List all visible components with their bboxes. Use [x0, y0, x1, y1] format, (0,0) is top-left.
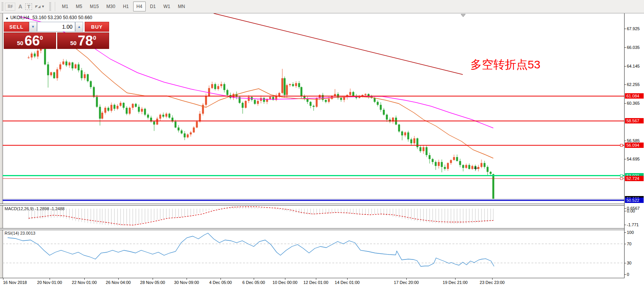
scale-tick	[625, 232, 626, 233]
macd-scale-label: 0.00	[627, 209, 635, 213]
rsi-label: RSI(14) 23.0013	[5, 231, 35, 235]
time-axis-label: 28 Nov 05:00	[140, 280, 165, 285]
timeframe-button-m15[interactable]: M15	[87, 2, 102, 11]
time-axis-tick	[187, 278, 187, 280]
volume-increase-button[interactable]: ▲	[75, 22, 83, 32]
toolbar: ⠿F A T ◤◢▼ M1M5M15M30H1H4D1W1MN	[0, 0, 644, 13]
time-axis-tick	[316, 278, 316, 280]
scale-tick	[625, 84, 626, 85]
time-axis-label: 17 Dec 20:00	[394, 280, 419, 285]
price-level-badge: 50.522	[625, 198, 644, 203]
symbol-name: UKOil,H4	[10, 15, 29, 20]
buy-price-panel[interactable]: 50 78 0	[57, 32, 109, 49]
time-axis-label: 16 Nov 2018	[3, 280, 27, 285]
macd-label: MACD(12,26,9) -1.2898 -1.2488	[5, 206, 64, 211]
price-scale-label: 67.925	[627, 27, 640, 31]
timeframe-button-h4[interactable]: H4	[133, 2, 146, 11]
timeframe-button-m30[interactable]: M30	[103, 2, 119, 11]
scale-tick	[625, 103, 626, 104]
price-scale-label: 66.035	[627, 45, 640, 50]
toolbar-separator	[55, 2, 56, 11]
price-level-badge: 52.724	[625, 176, 644, 181]
time-axis-tick	[347, 278, 348, 280]
price-level-badge: 58.567	[625, 118, 644, 123]
time-axis-label: 6 Dec 05:00	[242, 280, 265, 285]
time-axis-tick	[455, 278, 456, 280]
timeframe-button-m1[interactable]: M1	[58, 2, 72, 11]
scale-tick	[625, 263, 626, 263]
timeframe-button-w1[interactable]: W1	[160, 2, 174, 11]
sell-price-prefix: 50	[17, 40, 23, 46]
time-axis-tick	[254, 278, 254, 280]
templates-f-icon[interactable]: ⠿F	[5, 3, 15, 11]
rsi-scale-label: 0	[627, 272, 629, 277]
buy-price-prefix: 50	[70, 40, 77, 46]
time-axis-label: 20 Nov 01:00	[37, 280, 62, 285]
timeframe-button-h1[interactable]: H1	[119, 2, 132, 11]
timeframe-button-m5[interactable]: M5	[72, 2, 86, 11]
time-axis-label: 10 Dec 00:00	[272, 280, 297, 285]
scale-tick	[625, 208, 626, 209]
time-axis-label: 12 Dec 01:00	[303, 280, 328, 285]
sell-price-panel[interactable]: 50 66 0	[4, 32, 56, 49]
time-axis-label: 30 Nov 09:00	[174, 280, 199, 285]
time-axis-tick	[406, 278, 407, 280]
time-axis[interactable]: 16 Nov 201820 Nov 01:0022 Nov 01:0026 No…	[0, 278, 644, 287]
symbol-marker-icon: ▲	[5, 16, 9, 20]
timeframe-button-mn[interactable]: MN	[174, 2, 188, 11]
rsi-scale-label: 100	[627, 230, 634, 235]
text-box-icon[interactable]: T	[25, 3, 32, 10]
scale-tick	[625, 29, 626, 29]
price-scale-label: 60.365	[627, 101, 640, 105]
price-scale-label: 56.585	[627, 139, 640, 143]
volume-input[interactable]	[37, 22, 75, 32]
time-axis-label: 22 Nov 01:00	[72, 280, 97, 285]
buy-price-big: 78	[78, 34, 93, 48]
time-axis-label: 14 Dec 01:00	[335, 280, 359, 285]
time-axis-tick	[221, 278, 221, 280]
scale-tick	[625, 274, 626, 275]
chart-title: ▲UKOil,H453.160 53.230 50.630 50.660	[5, 15, 92, 20]
toolbar-grip2[interactable]	[49, 2, 51, 11]
chart-annotation-text: 多空转折点53	[470, 57, 540, 73]
draw-objects-icon[interactable]: ◤◢▼	[32, 4, 48, 9]
macd-scale-label: -1.771	[627, 223, 639, 227]
timeframe-bar: M1M5M15M30H1H4D1W1MN	[58, 2, 189, 11]
price-scale-label: 62.255	[627, 83, 640, 87]
ohlc-values: 53.160 53.230 50.630 50.660	[32, 15, 92, 20]
scale-tick	[625, 211, 626, 211]
time-axis-tick	[153, 278, 153, 280]
scale-tick	[625, 66, 626, 66]
buy-button[interactable]: BUY	[85, 22, 109, 32]
price-scale-label: 64.145	[627, 64, 640, 68]
price-scale[interactable]: 67.92566.03564.14562.25560.36556.58554.6…	[625, 13, 644, 287]
chevron-down-icon: ▼	[31, 25, 35, 29]
text-label-icon[interactable]: A	[15, 3, 25, 10]
time-axis-tick	[285, 278, 285, 280]
time-axis-label: 26 Nov 04:00	[106, 280, 130, 285]
sell-button[interactable]: SELL	[4, 22, 29, 32]
time-axis-tick	[492, 278, 493, 280]
scale-tick	[625, 159, 626, 159]
rsi-scale-label: 30	[627, 261, 631, 265]
scale-tick	[625, 141, 626, 141]
time-axis-tick	[84, 278, 85, 280]
time-axis-tick	[50, 278, 50, 280]
scale-tick	[625, 47, 626, 48]
time-axis-tick	[3, 278, 3, 280]
time-axis-label: 23 Dec 23:00	[480, 280, 504, 285]
price-level-badge: 56.094	[625, 143, 644, 148]
sell-price-sup: 0	[40, 34, 43, 41]
volume-decrease-button[interactable]: ▼	[29, 22, 37, 32]
rsi-pane-canvas[interactable]	[3, 230, 624, 278]
time-axis-tick	[118, 278, 119, 280]
price-level-badge: 61.084	[625, 93, 644, 99]
sell-price-big: 66	[24, 34, 40, 48]
timeframe-button-d1[interactable]: D1	[147, 2, 159, 11]
price-scale-label: 54.695	[627, 157, 640, 161]
macd-pane-canvas[interactable]	[3, 205, 624, 228]
rsi-scale-label: 70	[627, 242, 631, 246]
chevron-down-icon: ▼	[41, 5, 45, 8]
time-axis-label: 4 Dec 05:00	[209, 280, 232, 285]
toolbar-grip[interactable]	[2, 2, 3, 11]
